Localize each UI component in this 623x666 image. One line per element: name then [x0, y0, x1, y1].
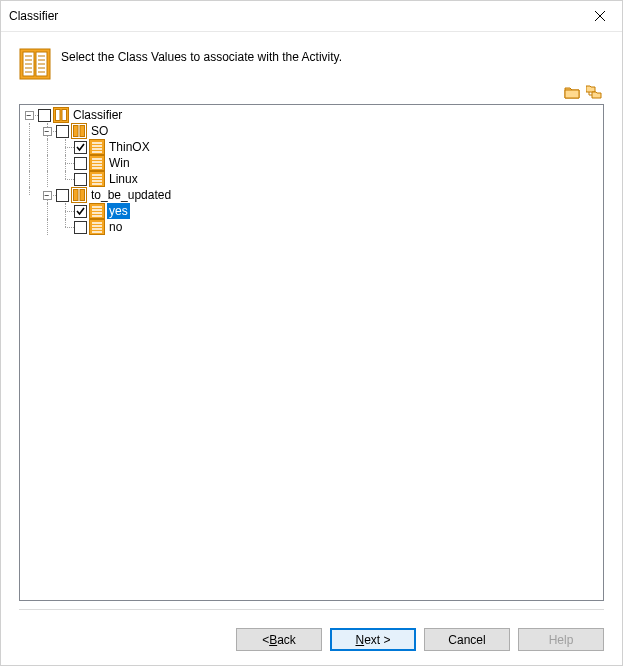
- button-row: < Back Next > Cancel Help: [1, 628, 622, 665]
- tree-node-yes[interactable]: yes: [20, 203, 603, 219]
- classifier-icon: [19, 48, 51, 80]
- node-label: SO: [89, 123, 110, 139]
- node-label: Linux: [107, 171, 140, 187]
- node-label: ThinOX: [107, 139, 152, 155]
- tree-view[interactable]: − Classifier − SO: [19, 104, 604, 601]
- value-node-icon: [89, 155, 105, 171]
- back-button[interactable]: < Back: [236, 628, 322, 651]
- next-button[interactable]: Next >: [330, 628, 416, 651]
- tree-node-win[interactable]: Win: [20, 155, 603, 171]
- value-node-icon: [89, 219, 105, 235]
- value-node-icon: [89, 203, 105, 219]
- node-label: Win: [107, 155, 132, 171]
- tree-node-so[interactable]: − SO: [20, 123, 603, 139]
- tree-node-classifier[interactable]: − Classifier: [20, 107, 603, 123]
- checkbox[interactable]: [74, 205, 87, 218]
- collapse-folder-icon[interactable]: [586, 84, 602, 100]
- checkbox[interactable]: [74, 173, 87, 186]
- tree-node-to-be-updated[interactable]: − to_be_updated: [20, 187, 603, 203]
- class-node-icon: [71, 123, 87, 139]
- node-label: Classifier: [71, 107, 124, 123]
- intro-row: Select the Class Values to associate wit…: [19, 48, 604, 80]
- content-area: Select the Class Values to associate wit…: [1, 32, 622, 628]
- close-button[interactable]: [577, 1, 622, 31]
- node-label: no: [107, 219, 124, 235]
- window-title: Classifier: [9, 9, 577, 23]
- checkbox[interactable]: [74, 141, 87, 154]
- checkbox[interactable]: [56, 189, 69, 202]
- value-node-icon: [89, 139, 105, 155]
- cancel-button[interactable]: Cancel: [424, 628, 510, 651]
- toolbar: [19, 84, 604, 100]
- checkbox[interactable]: [38, 109, 51, 122]
- node-label: to_be_updated: [89, 187, 173, 203]
- classifier-node-icon: [53, 107, 69, 123]
- expander-icon[interactable]: −: [43, 127, 52, 136]
- tree-node-no[interactable]: no: [20, 219, 603, 235]
- close-icon: [595, 11, 605, 21]
- help-button: Help: [518, 628, 604, 651]
- tree-node-linux[interactable]: Linux: [20, 171, 603, 187]
- title-bar: Classifier: [1, 1, 622, 32]
- expander-icon[interactable]: −: [43, 191, 52, 200]
- expand-folder-icon[interactable]: [564, 84, 580, 100]
- value-node-icon: [89, 171, 105, 187]
- classifier-dialog: Classifier Select the Class Values to as…: [0, 0, 623, 666]
- intro-text: Select the Class Values to associate wit…: [61, 48, 604, 64]
- tree-node-thinox[interactable]: ThinOX: [20, 139, 603, 155]
- separator: [19, 609, 604, 610]
- checkbox[interactable]: [74, 157, 87, 170]
- node-label: yes: [107, 203, 130, 219]
- class-node-icon: [71, 187, 87, 203]
- checkbox[interactable]: [56, 125, 69, 138]
- checkbox[interactable]: [74, 221, 87, 234]
- expander-icon[interactable]: −: [25, 111, 34, 120]
